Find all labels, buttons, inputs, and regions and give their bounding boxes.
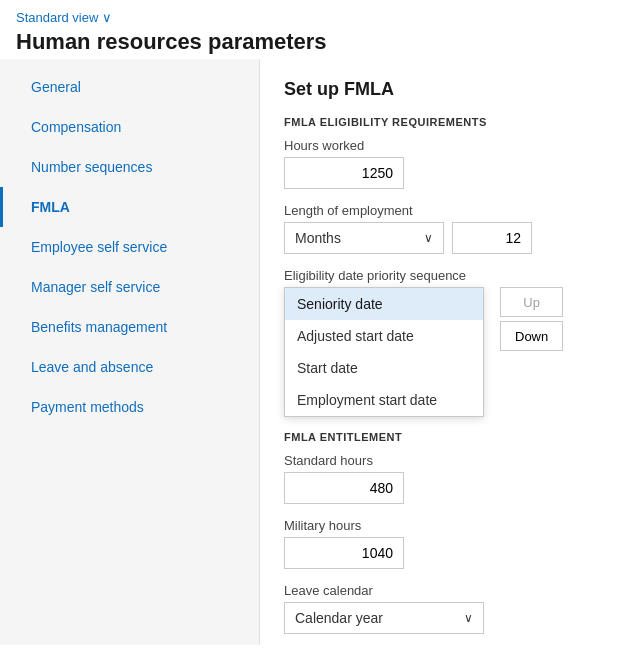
priority-dropdown-list: Seniority date Adjusted start date Start… <box>284 287 484 417</box>
military-hours-field: Military hours <box>284 518 610 569</box>
length-of-employment-label: Length of employment <box>284 203 610 218</box>
sidebar-item-fmla[interactable]: FMLA <box>0 187 259 227</box>
option-employment-start-date[interactable]: Employment start date <box>285 384 483 416</box>
option-adjusted-start-date-label: Adjusted start date <box>297 328 414 344</box>
option-start-date-label: Start date <box>297 360 358 376</box>
content-area: Set up FMLA FMLA ELIGIBILITY REQUIREMENT… <box>260 59 634 645</box>
sidebar-label-benefits-management: Benefits management <box>31 319 167 335</box>
priority-sequence-container: Eligibility date priority sequence Senio… <box>284 268 610 417</box>
length-input[interactable] <box>452 222 532 254</box>
sidebar-label-manager-self-service: Manager self service <box>31 279 160 295</box>
leave-calendar-dropdown[interactable]: Calendar year ∨ <box>284 602 484 634</box>
chevron-down-icon: ∨ <box>102 10 112 25</box>
entitlement-section-label: FMLA ENTITLEMENT <box>284 431 610 443</box>
length-dropdown[interactable]: Months ∨ <box>284 222 444 254</box>
priority-sequence-label: Eligibility date priority sequence <box>284 268 610 283</box>
eligibility-section-label: FMLA ELIGIBILITY REQUIREMENTS <box>284 116 610 128</box>
sidebar-item-benefits-management[interactable]: Benefits management <box>0 307 259 347</box>
sidebar: General Compensation Number sequences FM… <box>0 59 260 645</box>
priority-buttons: Up Down <box>500 287 563 351</box>
sidebar-item-leave-and-absence[interactable]: Leave and absence <box>0 347 259 387</box>
page-title: Human resources parameters <box>16 29 618 55</box>
military-hours-label: Military hours <box>284 518 610 533</box>
military-hours-input[interactable] <box>284 537 404 569</box>
sidebar-label-leave-and-absence: Leave and absence <box>31 359 153 375</box>
option-seniority-date-label: Seniority date <box>297 296 383 312</box>
length-dropdown-value: Months <box>295 230 341 246</box>
sidebar-item-employee-self-service[interactable]: Employee self service <box>0 227 259 267</box>
standard-hours-label: Standard hours <box>284 453 610 468</box>
standard-view-label: Standard view <box>16 10 98 25</box>
option-seniority-date[interactable]: Seniority date <box>285 288 483 320</box>
sidebar-item-general[interactable]: General <box>0 67 259 107</box>
length-of-employment-row: Months ∨ <box>284 222 610 254</box>
sidebar-label-fmla: FMLA <box>31 199 70 215</box>
length-of-employment-field: Length of employment Months ∨ <box>284 203 610 254</box>
option-adjusted-start-date[interactable]: Adjusted start date <box>285 320 483 352</box>
length-dropdown-arrow: ∨ <box>424 231 433 245</box>
sidebar-label-employee-self-service: Employee self service <box>31 239 167 255</box>
hours-worked-field: Hours worked <box>284 138 610 189</box>
standard-view-toggle[interactable]: Standard view ∨ <box>16 10 618 25</box>
sidebar-label-number-sequences: Number sequences <box>31 159 152 175</box>
sidebar-label-compensation: Compensation <box>31 119 121 135</box>
sidebar-item-payment-methods[interactable]: Payment methods <box>0 387 259 427</box>
sidebar-label-payment-methods: Payment methods <box>31 399 144 415</box>
option-employment-start-date-label: Employment start date <box>297 392 437 408</box>
leave-calendar-value: Calendar year <box>295 610 383 626</box>
up-button[interactable]: Up <box>500 287 563 317</box>
entitlement-section: FMLA ENTITLEMENT Standard hours Military… <box>284 431 610 634</box>
priority-row: Seniority date Adjusted start date Start… <box>284 287 610 417</box>
leave-calendar-label: Leave calendar <box>284 583 610 598</box>
standard-hours-field: Standard hours <box>284 453 610 504</box>
down-button[interactable]: Down <box>500 321 563 351</box>
main-layout: General Compensation Number sequences FM… <box>0 59 634 645</box>
top-bar: Standard view ∨ Human resources paramete… <box>0 0 634 59</box>
leave-calendar-field: Leave calendar Calendar year ∨ <box>284 583 610 634</box>
leave-calendar-arrow: ∨ <box>464 611 473 625</box>
sidebar-label-general: General <box>31 79 81 95</box>
hours-worked-label: Hours worked <box>284 138 610 153</box>
sidebar-item-compensation[interactable]: Compensation <box>0 107 259 147</box>
option-start-date[interactable]: Start date <box>285 352 483 384</box>
sidebar-item-manager-self-service[interactable]: Manager self service <box>0 267 259 307</box>
hours-worked-input[interactable] <box>284 157 404 189</box>
content-section-title: Set up FMLA <box>284 79 610 100</box>
sidebar-item-number-sequences[interactable]: Number sequences <box>0 147 259 187</box>
standard-hours-input[interactable] <box>284 472 404 504</box>
